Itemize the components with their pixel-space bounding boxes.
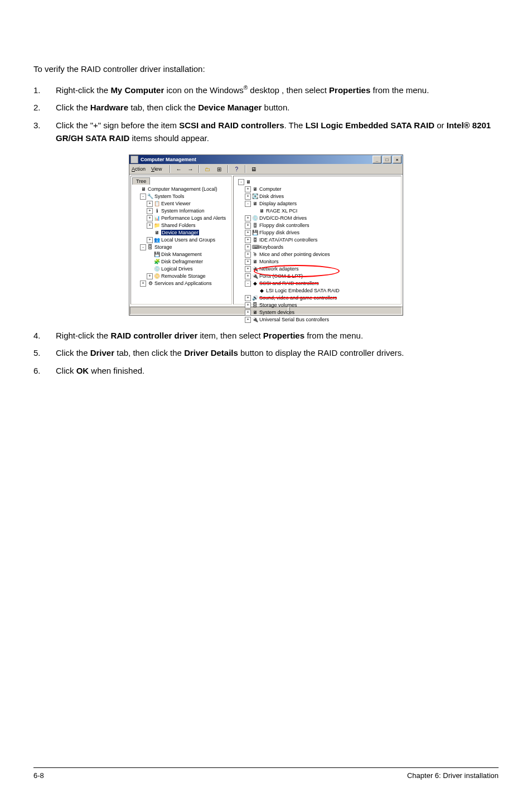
- node-icon: 🖥: [252, 201, 258, 207]
- tree-node[interactable]: +🖥System devices: [238, 309, 398, 316]
- expand-icon[interactable]: -: [245, 281, 251, 287]
- node-label: Event Viewer: [161, 201, 191, 206]
- tree-node[interactable]: +💿DVD/CD-ROM drives: [238, 215, 398, 222]
- expand-icon[interactable]: +: [147, 208, 153, 214]
- expand-icon[interactable]: -: [238, 179, 244, 185]
- expand-icon[interactable]: +: [245, 237, 251, 243]
- expand-icon[interactable]: +: [245, 215, 251, 221]
- tree-node[interactable]: +🖥Computer: [238, 186, 398, 193]
- tree-node[interactable]: +📊Performance Logs and Alerts: [133, 215, 230, 222]
- node-icon: 👥: [154, 237, 160, 243]
- expand-icon[interactable]: +: [245, 186, 251, 192]
- tree-node[interactable]: +⚙Services and Applications: [133, 280, 230, 287]
- node-icon: 🗄: [252, 302, 258, 308]
- node-label: Disk Defragmenter: [161, 259, 203, 264]
- tree-node[interactable]: -🖥Display adapters: [238, 200, 398, 207]
- expand-icon[interactable]: -: [140, 194, 146, 200]
- tree-node[interactable]: 🖥Computer Management (Local): [133, 186, 230, 193]
- tree-tab[interactable]: Tree: [132, 177, 150, 185]
- tree-node[interactable]: +ℹSystem Information: [133, 207, 230, 215]
- tree-node[interactable]: +💾Floppy disk drives: [238, 229, 398, 236]
- maximize-button[interactable]: □: [383, 156, 391, 163]
- back-icon[interactable]: ←: [173, 164, 184, 174]
- tree-node[interactable]: 🧩Disk Defragmenter: [133, 258, 230, 265]
- step-text: Right-click the RAID controller driver i…: [56, 329, 499, 342]
- expand-icon[interactable]: -: [140, 244, 146, 250]
- node-label: LSI Logic Embedded SATA RAID: [266, 288, 340, 293]
- node-label: Mice and other pointing devices: [259, 252, 330, 257]
- tree-node[interactable]: +💽Disk drives: [238, 193, 398, 200]
- step-num: 1.: [33, 84, 56, 96]
- tree-node[interactable]: -◆SCSI and RAID controllers: [238, 280, 398, 287]
- tree-node[interactable]: 💿Logical Drives: [133, 265, 230, 273]
- step-text: Click the Driver tab, then click the Dri…: [56, 346, 499, 359]
- title-bar[interactable]: Computer Management _ □ ×: [129, 155, 403, 164]
- node-label: Disk drives: [259, 194, 284, 199]
- expand-icon[interactable]: -: [245, 201, 251, 207]
- menu-action[interactable]: Action: [132, 166, 146, 172]
- tree-node[interactable]: +🗄Storage volumes: [238, 302, 398, 309]
- expand-icon[interactable]: +: [245, 259, 251, 265]
- forward-icon[interactable]: →: [185, 164, 196, 174]
- tree-node[interactable]: +👥Local Users and Groups: [133, 236, 230, 244]
- help-icon[interactable]: ?: [231, 164, 242, 174]
- expand-icon[interactable]: +: [147, 201, 153, 207]
- tree-node[interactable]: -🗄Storage: [133, 244, 230, 251]
- node-label: Computer Management (Local): [148, 186, 217, 192]
- expand-icon[interactable]: +: [245, 295, 251, 301]
- tree-node[interactable]: 🖥RAGE XL PCI: [238, 207, 398, 215]
- node-label: Shared Folders: [161, 223, 196, 228]
- expand-icon[interactable]: +: [147, 237, 153, 243]
- tree-node[interactable]: +🎛Floppy disk controllers: [238, 222, 398, 229]
- tree-node[interactable]: 🖥Device Manager: [133, 229, 230, 236]
- expand-icon[interactable]: +: [245, 223, 251, 229]
- expand-icon[interactable]: +: [245, 230, 251, 236]
- tree-node[interactable]: ◆LSI Logic Embedded SATA RAID: [238, 287, 398, 294]
- tree-node[interactable]: +📋Event Viewer: [133, 200, 230, 207]
- close-button[interactable]: ×: [393, 156, 402, 163]
- expand-icon[interactable]: +: [147, 223, 153, 229]
- properties-icon[interactable]: ⊞: [214, 164, 225, 174]
- tree-node[interactable]: +🎛IDE ATA/ATAPI controllers: [238, 236, 398, 244]
- node-icon: 💽: [252, 194, 258, 200]
- expand-icon[interactable]: +: [245, 302, 251, 308]
- tree-node[interactable]: +📀Removable Storage: [133, 273, 230, 280]
- expand-icon[interactable]: +: [140, 281, 146, 287]
- tree-node[interactable]: +⌨Keyboards: [238, 244, 398, 251]
- node-label: Floppy disk drives: [259, 230, 299, 235]
- node-icon: 🗄: [147, 244, 153, 250]
- tree-node[interactable]: +🔌Universal Serial Bus controllers: [238, 316, 398, 323]
- window-title: Computer Management: [141, 157, 196, 162]
- tree-node[interactable]: +🔊Sound, video and game controllers: [238, 294, 398, 302]
- tree-node[interactable]: 💾Disk Management: [133, 251, 230, 258]
- node-label: Disk Management: [161, 252, 202, 257]
- tree-node[interactable]: -🖥: [238, 178, 398, 186]
- node-icon: 🧩: [154, 259, 160, 265]
- node-icon: 🔌: [252, 317, 258, 323]
- tree-node[interactable]: +🖱Mice and other pointing devices: [238, 251, 398, 258]
- expand-icon[interactable]: +: [245, 194, 251, 200]
- node-icon: 💾: [252, 230, 258, 236]
- expand-icon[interactable]: +: [245, 273, 251, 279]
- expand-icon[interactable]: +: [245, 317, 251, 323]
- node-label: RAGE XL PCI: [266, 208, 297, 214]
- tree-node[interactable]: +🖥Monitors: [238, 258, 398, 265]
- right-pane[interactable]: -🖥+🖥Computer+💽Disk drives-🖥Display adapt…: [233, 176, 402, 305]
- node-icon: 📀: [154, 273, 160, 279]
- menu-view[interactable]: View: [151, 166, 162, 172]
- minimize-button[interactable]: _: [373, 156, 381, 163]
- tree-node[interactable]: -🔧System Tools: [133, 193, 230, 200]
- expand-icon[interactable]: +: [245, 244, 251, 250]
- expand-icon[interactable]: +: [147, 273, 153, 279]
- chapter-label: Chapter 6: Driver installation: [407, 771, 499, 780]
- up-icon[interactable]: 🗀: [202, 164, 213, 174]
- expand-icon[interactable]: +: [245, 252, 251, 258]
- node-icon: 🖥: [259, 208, 265, 214]
- mmc-window: Computer Management _ □ × Action View ← …: [129, 154, 403, 316]
- expand-icon[interactable]: +: [147, 215, 153, 221]
- tree-node[interactable]: +📁Shared Folders: [133, 222, 230, 229]
- left-pane[interactable]: Tree 🖥Computer Management (Local)-🔧Syste…: [130, 176, 232, 305]
- refresh-icon[interactable]: 🖥: [248, 164, 259, 174]
- expand-icon[interactable]: +: [245, 310, 251, 316]
- expand-icon[interactable]: +: [245, 266, 251, 272]
